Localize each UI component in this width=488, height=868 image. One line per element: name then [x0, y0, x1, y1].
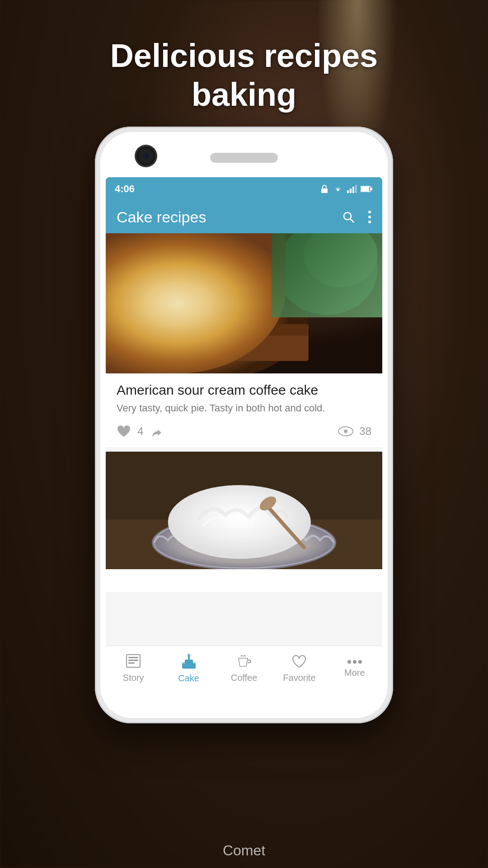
svg-rect-0 — [321, 189, 328, 193]
cheesecake-image — [106, 233, 382, 373]
content-area: American sour cream coffee cake Very tas… — [106, 233, 382, 646]
svg-point-12 — [368, 221, 371, 223]
svg-rect-13 — [106, 233, 382, 373]
svg-rect-1 — [347, 190, 349, 193]
view-group: 38 — [338, 425, 371, 438]
status-icons — [320, 184, 373, 194]
recipe-card-1[interactable]: American sour cream coffee cake Very tas… — [106, 233, 382, 447]
phone-inner: 4:06 — [100, 132, 388, 718]
nav-item-coffee[interactable]: Coffee — [216, 654, 272, 683]
like-count: 4 — [137, 425, 143, 438]
status-time: 4:06 — [115, 183, 135, 195]
recipe-card-2[interactable] — [106, 452, 382, 592]
search-button[interactable] — [342, 210, 355, 224]
search-icon — [342, 210, 355, 224]
svg-rect-15 — [115, 333, 308, 361]
screen: 4:06 — [106, 177, 382, 691]
recipe-title-1: American sour cream coffee cake — [117, 382, 371, 398]
eye-icon — [338, 426, 354, 437]
app-title: Cake recipes — [117, 208, 206, 226]
svg-point-37 — [347, 660, 351, 664]
bottom-nav: Story Cake — [106, 646, 382, 691]
svg-rect-6 — [361, 187, 369, 191]
svg-point-36 — [188, 654, 190, 657]
svg-point-39 — [358, 660, 362, 664]
svg-point-38 — [353, 660, 357, 664]
svg-point-11 — [368, 216, 371, 218]
recipe-image-1 — [106, 233, 382, 373]
favorite-nav-icon — [291, 654, 307, 670]
phone-frame: 4:06 — [95, 127, 393, 723]
svg-point-17 — [124, 280, 272, 326]
nav-item-favorite[interactable]: Favorite — [272, 654, 327, 683]
headline-line2: baking — [0, 75, 488, 114]
recipe-info-1: American sour cream coffee cake Very tas… — [106, 373, 382, 447]
wifi-icon — [333, 185, 343, 193]
app-bar: Cake recipes — [106, 201, 382, 233]
share-icon[interactable] — [150, 425, 163, 438]
svg-rect-2 — [350, 189, 352, 193]
more-nav-icon — [347, 659, 363, 665]
like-group: 4 — [117, 425, 163, 438]
svg-line-9 — [350, 219, 354, 222]
nav-label-cake: Cake — [178, 673, 199, 684]
coffee-nav-icon — [236, 654, 252, 670]
nav-item-more[interactable]: More — [327, 659, 382, 678]
camera — [136, 146, 155, 165]
battery-icon — [361, 185, 373, 193]
cake-nav-icon — [180, 653, 197, 670]
nav-label-more: More — [344, 668, 365, 678]
recipe-image-2 — [106, 452, 382, 592]
nav-item-cake[interactable]: Cake — [161, 653, 216, 684]
svg-rect-3 — [352, 187, 354, 193]
svg-point-19 — [304, 233, 378, 287]
svg-point-20 — [143, 285, 253, 308]
nav-label-favorite: Favorite — [283, 673, 315, 683]
story-nav-icon — [125, 654, 142, 670]
svg-point-18 — [276, 233, 377, 315]
speaker — [210, 153, 278, 163]
cream-svg — [106, 452, 382, 569]
svg-point-8 — [344, 212, 351, 220]
more-options-button[interactable] — [368, 210, 371, 224]
headline: Delicious recipes baking — [0, 36, 488, 114]
nav-item-story[interactable]: Story — [106, 654, 161, 683]
svg-rect-30 — [128, 657, 138, 658]
svg-point-27 — [168, 485, 311, 559]
svg-point-10 — [368, 211, 371, 213]
more-vert-icon — [368, 210, 371, 224]
watermark: Comet — [223, 842, 265, 859]
svg-rect-7 — [371, 188, 372, 190]
heart-icon[interactable] — [117, 425, 131, 438]
recipe-desc-1: Very tasty, quick pie. Tasty in both hot… — [117, 401, 371, 415]
cheesecake-svg — [106, 233, 382, 373]
nav-label-story: Story — [123, 673, 144, 683]
headline-line1: Delicious recipes — [0, 36, 488, 75]
signal-icon — [347, 185, 357, 193]
nav-label-coffee: Coffee — [231, 673, 258, 683]
recipe-actions-1: 4 — [117, 421, 371, 442]
status-bar: 4:06 — [106, 177, 382, 201]
svg-rect-4 — [355, 185, 357, 193]
view-count: 38 — [359, 425, 371, 438]
lock-icon — [320, 184, 329, 194]
svg-rect-31 — [128, 660, 138, 661]
svg-rect-32 — [128, 662, 135, 664]
svg-rect-16 — [115, 324, 308, 336]
svg-point-22 — [344, 429, 347, 433]
app-bar-actions — [342, 210, 371, 224]
